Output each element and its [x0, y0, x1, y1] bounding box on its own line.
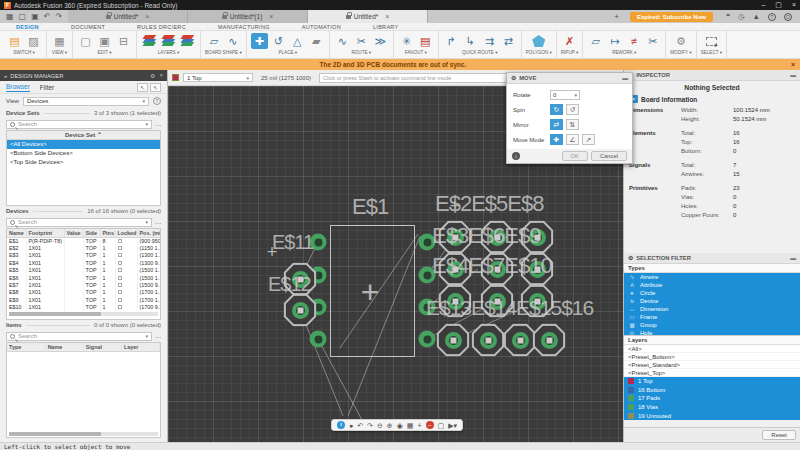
- device-row[interactable]: E$51X01TOP1(1500 1...: [7, 267, 161, 274]
- tab-browser[interactable]: Browser: [6, 83, 30, 92]
- move-mode-vector-button[interactable]: ↗: [582, 134, 595, 145]
- app-grid-icon[interactable]: ▦: [6, 12, 14, 21]
- column-header[interactable]: Pins: [100, 229, 115, 237]
- pan-back-icon[interactable]: ↶: [357, 422, 363, 429]
- more-options-icon[interactable]: ⋯: [155, 333, 161, 340]
- device-row[interactable]: E$61X01TOP1(1500 1...: [7, 274, 161, 281]
- document-tab[interactable]: Untitled*(1)×: [188, 10, 308, 23]
- mirror-v-button[interactable]: ⇅: [566, 119, 579, 130]
- device-set-row[interactable]: <All Devices>: [7, 140, 160, 149]
- horizontal-scrollbar[interactable]: [9, 432, 158, 436]
- device-row[interactable]: E$21X01TOP1(1150 1...: [7, 244, 161, 251]
- rotate-icon[interactable]: ↺: [270, 33, 287, 49]
- copy-icon[interactable]: ▣: [96, 33, 113, 49]
- minimize-button[interactable]: –: [761, 1, 765, 9]
- more-options-icon[interactable]: ⋯: [155, 219, 161, 226]
- layer-row[interactable]: 17 Pads: [624, 394, 800, 403]
- ok-button[interactable]: OK: [562, 151, 588, 161]
- ic-pad[interactable]: [310, 331, 327, 348]
- cancel-button[interactable]: Cancel: [591, 151, 627, 161]
- octagon-pad[interactable]: [284, 294, 317, 327]
- column-header[interactable]: Footprint: [26, 229, 64, 237]
- locked-checkbox[interactable]: [118, 253, 122, 257]
- octagon-pad[interactable]: [533, 324, 566, 357]
- zoom-in-icon[interactable]: ⊕: [387, 422, 393, 429]
- board-wave-icon[interactable]: ∿: [224, 33, 241, 49]
- quick-route-corner-icon[interactable]: ↳: [462, 33, 479, 49]
- collapse-icon[interactable]: «: [4, 73, 7, 79]
- toolbar-group-label[interactable]: VIEW ▾: [52, 50, 67, 55]
- device-row[interactable]: E$81X01TOP1(1700 1...: [7, 289, 161, 296]
- board-information-header[interactable]: ▼ Board Information: [624, 93, 800, 105]
- close-button[interactable]: ×: [792, 1, 796, 9]
- column-header[interactable]: Type: [7, 343, 45, 351]
- menu-document[interactable]: DOCUMENT: [55, 24, 121, 30]
- toolbar-group-label[interactable]: MODIFY ▾: [670, 50, 691, 55]
- rotate-select[interactable]: 0▾: [550, 90, 580, 100]
- stop-icon[interactable]: –: [426, 421, 434, 429]
- ripup-icon[interactable]: ✗: [561, 33, 578, 49]
- layer-colors-icon[interactable]: [179, 33, 196, 49]
- zoom-out-icon[interactable]: ⊖: [377, 422, 383, 429]
- banner-close-icon[interactable]: ×: [786, 61, 800, 68]
- zoom-fit-icon[interactable]: ◉: [397, 422, 403, 429]
- maximize-button[interactable]: ▢: [775, 1, 782, 9]
- notification-bell-icon[interactable]: ▲: [753, 12, 760, 21]
- close-tab-icon[interactable]: ×: [385, 13, 389, 20]
- mirror-h-button[interactable]: ⇄: [550, 119, 563, 130]
- fanout-icon[interactable]: ✳: [398, 33, 415, 49]
- device-row[interactable]: E$71X01TOP1(1500 9...: [7, 281, 161, 288]
- column-header[interactable]: Pos. (mil): [137, 229, 161, 237]
- device-set-row[interactable]: <Top Side Devices>: [7, 158, 160, 167]
- select-add-cursor-button[interactable]: ↖: [150, 83, 161, 92]
- devices-search-input[interactable]: Search ▾: [6, 218, 152, 227]
- help-icon[interactable]: ?: [153, 97, 161, 105]
- toolbar-group-label[interactable]: POLYGON ▾: [526, 50, 552, 55]
- document-tab[interactable]: Untitled*×: [68, 10, 188, 23]
- type-row[interactable]: ▦Group: [624, 321, 800, 329]
- view-select[interactable]: Devices▾: [23, 97, 149, 106]
- select-window-icon[interactable]: [703, 33, 720, 49]
- device-row[interactable]: E$31X01TOP1(1300 1...: [7, 252, 161, 259]
- menu-manufacturing[interactable]: MANUFACTURING: [202, 24, 286, 30]
- device-row[interactable]: E$1P(R-PDIP-T8)TOP8(900 950): [7, 237, 161, 244]
- layers-icon[interactable]: [141, 33, 158, 49]
- toolbar-group-label[interactable]: LAYERS ▾: [158, 50, 179, 55]
- minimize-dialog-icon[interactable]: ▬: [622, 75, 628, 81]
- quick-route-icon[interactable]: ↱: [443, 33, 460, 49]
- column-header[interactable]: Name: [7, 229, 26, 237]
- polygon-icon[interactable]: [530, 33, 547, 49]
- info-icon[interactable]: i: [512, 152, 520, 160]
- toolbar-group-label[interactable]: RIPUP ▾: [561, 50, 579, 55]
- clock-icon[interactable]: ◷: [738, 12, 745, 21]
- octagon-pad[interactable]: [437, 324, 470, 357]
- move-dialog-header[interactable]: ⚙ MOVE ▬: [507, 73, 632, 84]
- select-window-icon[interactable]: ▢: [438, 422, 445, 429]
- route-multi-icon[interactable]: ≫: [372, 33, 389, 49]
- layer-preset-row[interactable]: <All>: [624, 345, 800, 353]
- switch-3d-icon[interactable]: ▨: [25, 33, 42, 49]
- layer-row[interactable]: 1 Top: [624, 377, 800, 386]
- octagon-pad[interactable]: [472, 324, 505, 357]
- menu-library[interactable]: LIBRARY: [357, 24, 415, 30]
- layer-row[interactable]: 16 Bottom: [624, 386, 800, 395]
- type-row[interactable]: AAttribute: [624, 281, 800, 289]
- layer-preset-row[interactable]: <Preset_Top>: [624, 369, 800, 377]
- rework-cut-icon[interactable]: ✂: [644, 33, 661, 49]
- rework-diff-icon[interactable]: ≠: [625, 33, 642, 49]
- locked-checkbox[interactable]: [118, 276, 122, 280]
- close-icon[interactable]: ×: [159, 72, 163, 79]
- comment-icon[interactable]: ❝: [726, 12, 730, 21]
- route-wire-icon[interactable]: ∿: [334, 33, 351, 49]
- toolbar-group-label[interactable]: SWITCH ▾: [13, 50, 35, 55]
- device-row[interactable]: E$101X01TOP1(1700 9...: [7, 304, 161, 311]
- locked-checkbox[interactable]: [118, 239, 122, 243]
- quick-route-swap-icon[interactable]: ⇄: [500, 33, 517, 49]
- move-mode-free-button[interactable]: ✚: [550, 134, 563, 145]
- menu-automation[interactable]: AUTOMATION: [286, 24, 357, 30]
- move-icon[interactable]: ✚: [251, 33, 268, 49]
- menu-design[interactable]: DESIGN: [0, 24, 55, 30]
- switch-board-icon[interactable]: ▤: [6, 33, 23, 49]
- toolbar-group-label[interactable]: PLACE ▾: [278, 50, 297, 55]
- undo-icon[interactable]: ↶: [44, 12, 51, 21]
